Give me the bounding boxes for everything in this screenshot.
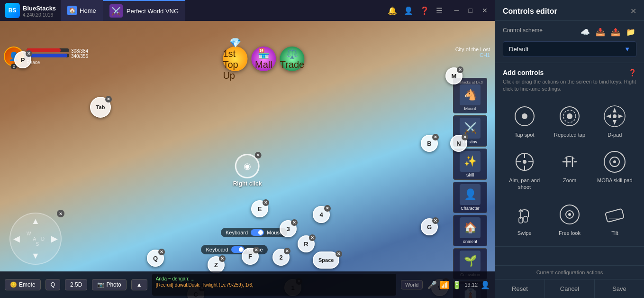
first-topup-label: 1st Top Up (223, 48, 247, 81)
scheme-import-btn[interactable]: 📥 (595, 27, 606, 37)
scheme-dropdown[interactable]: Default ▼ (503, 41, 636, 57)
scheme-upload-btn[interactable]: ☁️ (580, 27, 591, 37)
add-controls-title: Add controls (503, 69, 544, 76)
game-background: 👤 2 308/384 340/355 Peace (0, 21, 495, 298)
location-name: City of the Lost (455, 47, 490, 52)
controls-editor-title: Controls editor (503, 7, 557, 16)
wifi-icon: 📶 (440, 280, 449, 289)
home-icon: 🏠 (67, 6, 77, 15)
dpad-down[interactable]: ▼ (31, 251, 40, 261)
key-e[interactable]: E✕ (251, 200, 268, 217)
channel-label: CH1 (455, 52, 490, 58)
game-icon: ⚔️ (109, 4, 123, 18)
mall-btn[interactable]: 🏪 Mall (251, 47, 276, 71)
toggle-switch-1[interactable] (251, 229, 264, 236)
control-zoom[interactable]: Zoom (548, 144, 591, 195)
key-g[interactable]: G✕ (421, 218, 438, 235)
help-circle-icon[interactable]: ❓ (628, 69, 636, 76)
aim-pan-shoot-icon (512, 149, 537, 174)
help-icon[interactable]: ❓ (420, 6, 429, 15)
swipe-icon (512, 202, 537, 227)
svg-marker-7 (613, 120, 617, 125)
dpad-left[interactable]: ◀ (13, 233, 20, 244)
right-click-close[interactable]: ✕ (255, 152, 262, 158)
emote-button[interactable]: 😊 Emote (5, 279, 41, 290)
svg-rect-25 (605, 208, 624, 222)
control-aim-pan-shoot[interactable]: Aim, pan and shoot (503, 144, 546, 195)
dpad-icon (602, 104, 627, 129)
control-repeated-tap[interactable]: Repeated tap (548, 99, 591, 142)
control-tilt[interactable]: Tilt (593, 197, 636, 241)
avatar-icon[interactable]: 👤 (481, 280, 490, 289)
minimize-button[interactable]: ─ (452, 6, 462, 15)
key-2[interactable]: 2✕ (272, 249, 290, 266)
key-n[interactable]: N✕ (450, 135, 467, 152)
key-m[interactable]: M✕ (445, 67, 463, 84)
mount-icon: 🐴 (460, 84, 481, 105)
trade-btn[interactable]: ⚖️ Trade (280, 47, 304, 71)
tap-spot-label: Tap spot (515, 131, 535, 138)
dpad[interactable]: ▲ ▼ ◀ ▶ W A D S ✕ (9, 213, 62, 265)
key-tab[interactable]: Tab✕ (90, 97, 111, 118)
key-p[interactable]: P✕ (14, 51, 31, 68)
character-panel[interactable]: 👤 Character (453, 182, 487, 213)
aim-pan-shoot-label: Aim, pan and shoot (505, 177, 544, 191)
save-button[interactable]: Save (595, 279, 644, 298)
control-dpad[interactable]: D-pad (593, 99, 636, 142)
key-z[interactable]: Z✕ (208, 256, 225, 273)
key-q-bottom[interactable]: Q (45, 279, 60, 290)
bell-icon[interactable]: 🔔 (388, 6, 397, 15)
right-click-label: Right click (233, 180, 262, 187)
first-top-up-btn[interactable]: 💎 1st Top Up (223, 47, 247, 71)
key-q[interactable]: Q✕ (147, 250, 164, 267)
hp-value: 308/384 (71, 48, 88, 54)
onment-label: onment (463, 239, 477, 244)
chat-panel: Anda ~ dengan: ... [Recruit] dawal:Dusk:… (152, 274, 396, 296)
svg-point-3 (567, 113, 572, 119)
menu-icon[interactable]: ☰ (436, 6, 443, 15)
mic-icon[interactable]: 🎤 (427, 280, 437, 289)
scheme-folder-btn[interactable]: 📁 (625, 27, 636, 37)
player-name: Peace (27, 60, 88, 65)
home-tab[interactable]: 🏠 Home (61, 0, 103, 21)
location-info: City of the Lost CH1 (455, 47, 490, 58)
tap-spot-icon (512, 104, 537, 129)
control-swipe[interactable]: Swipe (503, 197, 546, 241)
user-icon[interactable]: 👤 (404, 6, 413, 15)
dpad-right[interactable]: ▶ (51, 233, 58, 244)
svg-point-24 (568, 213, 571, 216)
photo-label: Photo (106, 281, 121, 288)
mp-value: 340/355 (71, 54, 88, 59)
controls-close-button[interactable]: ✕ (630, 7, 636, 16)
control-free-look[interactable]: Free look (548, 197, 591, 241)
scheme-export-btn[interactable]: 📤 (610, 27, 621, 37)
btn-photo[interactable]: 📷 Photo (92, 279, 126, 290)
close-button[interactable]: ✕ (480, 6, 490, 15)
key-f[interactable]: F✕ (242, 248, 259, 265)
bottom-bar: 😊 Emote Q 2.5D 📷 Photo ▲ Anda ~ dengan: … (0, 271, 495, 298)
expand-btn[interactable]: ▲ (131, 279, 147, 290)
dpad-up[interactable]: ▲ (31, 216, 40, 226)
skill-panel[interactable]: ✨ Skill (453, 149, 487, 180)
time-display: 19:12 (464, 282, 478, 288)
key-r[interactable]: R✕ (298, 235, 315, 252)
right-click-indicator: ◉ ✕ Right click (233, 154, 262, 187)
controls-header: Controls editor ✕ (495, 0, 644, 21)
key-space[interactable]: Space✕ (313, 251, 339, 269)
control-moba-skill-pad[interactable]: MOBA skill pad (593, 144, 636, 195)
world-button[interactable]: World (401, 280, 423, 289)
key-b[interactable]: B✕ (421, 135, 438, 152)
onment-panel[interactable]: 🏠 onment (453, 215, 487, 246)
maximize-button[interactable]: □ (466, 6, 475, 15)
control-tap-spot[interactable]: Tap spot (503, 99, 546, 142)
btn-2-5d[interactable]: 2.5D (65, 279, 87, 290)
game-tab[interactable]: ⚔️ Perfect World VNG (103, 0, 185, 21)
bs-name: BlueStacks (23, 5, 56, 12)
km-toggle-1: Keyboard Mouse (221, 228, 287, 237)
reset-button[interactable]: Reset (495, 279, 545, 298)
cancel-button[interactable]: Cancel (545, 279, 595, 298)
repeated-tap-label: Repeated tap (554, 131, 585, 138)
key-4[interactable]: 4✕ (313, 206, 330, 223)
dpad-close-btn[interactable]: ✕ (57, 210, 64, 217)
key-3[interactable]: 3✕ (280, 220, 297, 237)
